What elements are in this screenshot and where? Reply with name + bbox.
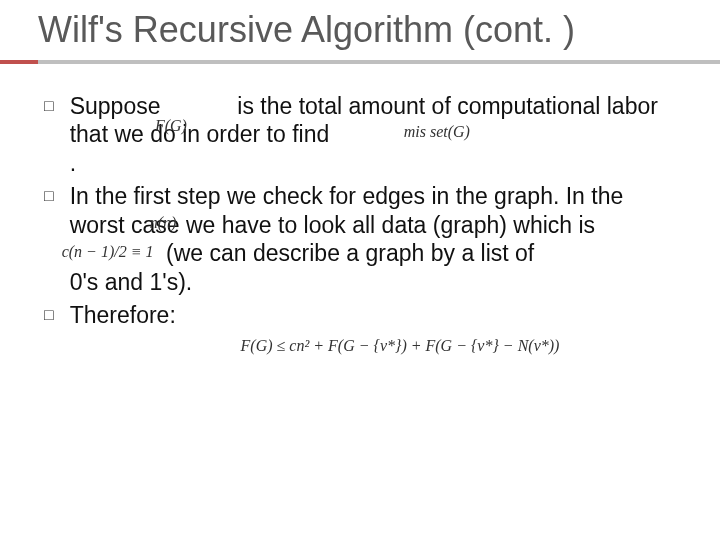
title-underline <box>0 60 720 64</box>
formula-cn2: c(n − 1)/2 ≡ 1 <box>62 242 154 262</box>
formula-mis: mis set(G) <box>404 122 470 142</box>
final-formula: F(G) ≤ cn² + F(G − {v*}) + F(G − {v*} − … <box>124 336 676 356</box>
slide-content: □ Suppose F(G) is the total amount of co… <box>0 64 720 356</box>
formula-n2: n(n) <box>150 213 177 233</box>
bullet-marker-icon: □ <box>44 301 54 329</box>
slide-title: Wilf's Recursive Algorithm (cont. ) <box>0 0 720 50</box>
bullet-3-text: Therefore: <box>70 301 676 330</box>
bullet-1-part-c: . <box>70 150 76 176</box>
bullet-1: □ Suppose F(G) is the total amount of co… <box>44 92 676 178</box>
bullet-1-text: Suppose F(G) is the total amount of comp… <box>70 92 676 178</box>
bullet-2-text: In the first step we check for edges in … <box>70 182 676 297</box>
bullet-marker-icon: □ <box>44 92 54 120</box>
bullet-marker-icon: □ <box>44 182 54 210</box>
bullet-2: □ In the first step we check for edges i… <box>44 182 676 297</box>
bullet-2-part-b: (we can describe a graph by a list of <box>166 240 534 266</box>
slide: Wilf's Recursive Algorithm (cont. ) □ Su… <box>0 0 720 540</box>
bullet-1-part-a: Suppose <box>70 93 161 119</box>
formula-fg: F(G) <box>155 116 187 136</box>
bullet-2-part-c: 0's and 1's). <box>70 269 193 295</box>
bullet-3-part-a: Therefore: <box>70 302 176 328</box>
bullet-3: □ Therefore: <box>44 301 676 330</box>
title-accent <box>0 60 38 64</box>
